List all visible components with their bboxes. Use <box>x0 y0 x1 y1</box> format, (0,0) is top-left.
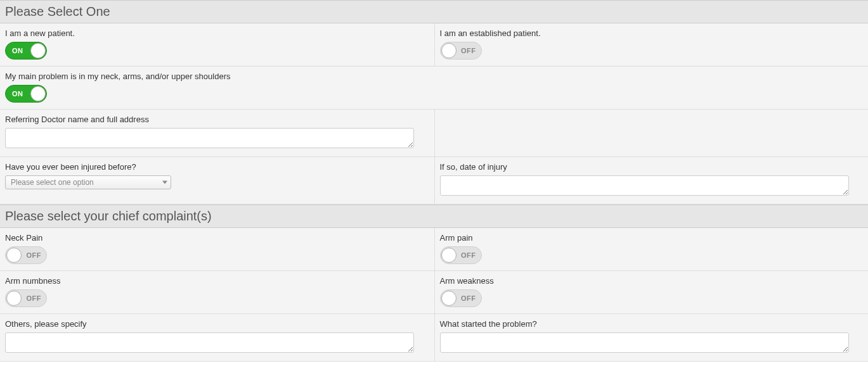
toggle-new-patient[interactable]: ON <box>5 42 47 60</box>
toggle-arm-weakness[interactable]: OFF <box>440 289 482 307</box>
label-neck-pain: Neck Pain <box>5 233 429 243</box>
label-referring-doctor: Referring Doctor name and full address <box>5 115 429 124</box>
label-arm-pain: Arm pain <box>440 233 864 243</box>
field-arm-weakness: Arm weakness OFF <box>434 271 869 313</box>
input-injury-date[interactable] <box>440 175 849 196</box>
toggle-arm-numbness[interactable]: OFF <box>5 289 47 307</box>
toggle-neck-problem[interactable]: ON <box>5 85 47 103</box>
toggle-arm-pain-text: OFF <box>461 251 476 259</box>
toggle-knob-icon <box>6 291 22 306</box>
field-injured-before: Have you ever been injured before? Pleas… <box>0 157 434 204</box>
toggle-neck-problem-text: ON <box>12 90 23 98</box>
section-header-chief-complaints: Please select your chief complaint(s) <box>0 205 868 228</box>
toggle-knob-icon <box>441 291 457 306</box>
toggle-arm-numbness-text: OFF <box>27 294 42 302</box>
label-what-started: What started the problem? <box>440 319 864 329</box>
toggle-new-patient-text: ON <box>12 47 23 54</box>
toggle-established-patient[interactable]: OFF <box>440 42 482 60</box>
toggle-knob-icon <box>30 43 46 58</box>
label-arm-weakness: Arm weakness <box>440 276 864 286</box>
field-established-patient: I am an established patient. OFF <box>434 23 869 66</box>
field-others-specify: Others, please specify <box>0 314 434 361</box>
toggle-arm-weakness-text: OFF <box>461 294 476 302</box>
toggle-established-patient-text: OFF <box>461 47 476 54</box>
input-others-specify[interactable] <box>5 332 414 353</box>
toggle-knob-icon <box>441 248 457 263</box>
field-new-patient: I am a new patient. ON <box>0 23 434 66</box>
toggle-knob-icon <box>441 43 457 58</box>
select-injured-before[interactable]: Please select one option <box>5 175 171 189</box>
field-injury-date: If so, date of injury <box>434 157 869 204</box>
field-referring-doctor: Referring Doctor name and full address <box>0 110 434 156</box>
field-neck-pain: Neck Pain OFF <box>0 228 434 270</box>
toggle-knob-icon <box>6 248 22 263</box>
label-new-patient: I am a new patient. <box>5 28 429 38</box>
field-what-started: What started the problem? <box>434 314 869 361</box>
empty-cell <box>434 110 869 156</box>
field-arm-numbness: Arm numbness OFF <box>0 271 434 313</box>
label-arm-numbness: Arm numbness <box>5 276 429 286</box>
input-what-started[interactable] <box>440 332 849 353</box>
toggle-neck-pain-text: OFF <box>27 251 42 259</box>
toggle-knob-icon <box>30 86 46 101</box>
section-header-select-one: Please Select One <box>0 0 868 23</box>
label-injured-before: Have you ever been injured before? <box>5 162 429 172</box>
label-established-patient: I am an established patient. <box>440 28 864 38</box>
input-referring-doctor[interactable] <box>5 128 414 148</box>
field-neck-problem: My main problem is in my neck, arms, and… <box>0 66 868 109</box>
toggle-neck-pain[interactable]: OFF <box>5 246 47 264</box>
toggle-arm-pain[interactable]: OFF <box>440 246 482 264</box>
label-injury-date: If so, date of injury <box>440 162 864 172</box>
label-others-specify: Others, please specify <box>5 319 429 329</box>
label-neck-problem: My main problem is in my neck, arms, and… <box>5 72 863 81</box>
field-arm-pain: Arm pain OFF <box>434 228 869 270</box>
